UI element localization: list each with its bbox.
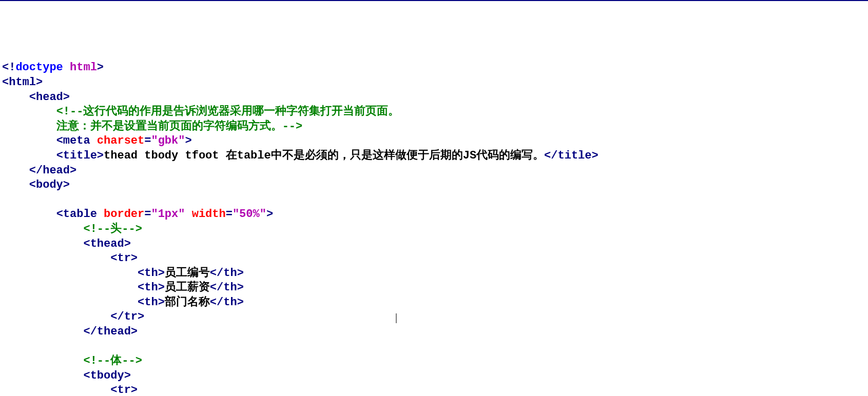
html-open: html	[9, 76, 36, 89]
title-text: thead tbody tfoot 在table中不是必须的，只是这样做便于后期…	[104, 149, 544, 162]
text-cursor	[395, 311, 396, 323]
meta-tag: meta	[63, 134, 90, 147]
comment-thead: <!--头-->	[83, 223, 142, 235]
doctype-value: html	[70, 61, 97, 74]
table-open: table	[63, 208, 97, 221]
border-value: "1px"	[151, 208, 185, 221]
head-close: head	[43, 164, 70, 177]
width-attr: width	[192, 208, 226, 221]
comment-tbody: <!--体-->	[83, 354, 142, 367]
tr-open: tr	[117, 252, 130, 265]
tbody-open: tbody	[90, 369, 124, 382]
body-open: body	[36, 179, 63, 191]
comment-charset-2: 注意：并不是设置当前页面的字符编码方式。-->	[56, 120, 303, 133]
doctype-keyword: doctype	[15, 61, 63, 74]
comment-charset-1: <!--这行代码的作用是告诉浏览器采用哪一种字符集打开当前页面。	[56, 105, 400, 118]
border-attr: border	[104, 208, 144, 221]
th-3: 部门名称	[165, 296, 210, 309]
thead-close: thead	[97, 325, 131, 338]
tr-close: tr	[124, 310, 138, 323]
charset-attr: charset	[97, 134, 144, 147]
title-close: title	[558, 149, 592, 162]
head-open: head	[36, 91, 63, 104]
th-2: 员工薪资	[165, 281, 210, 294]
tr-open-2: tr	[117, 384, 130, 396]
doctype-open: <!	[2, 61, 15, 74]
title-open: title	[63, 149, 97, 162]
charset-value: "gbk"	[151, 134, 185, 147]
thead-open: thead	[90, 237, 124, 250]
code-editor[interactable]: <!doctype html> <html> <head> <!--这行代码的作…	[0, 60, 868, 396]
th-1: 员工编号	[165, 267, 210, 280]
width-value: "50%"	[233, 208, 266, 221]
